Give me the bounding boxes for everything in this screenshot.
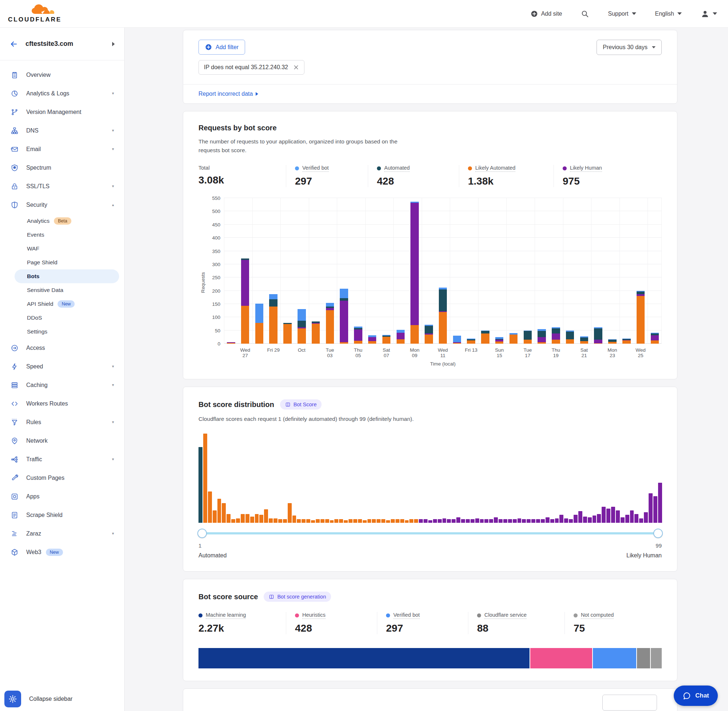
add-site-button[interactable]: Add site xyxy=(531,10,562,18)
sidebar-item-ssl-tls[interactable]: SSL/TLS▾ xyxy=(0,177,124,196)
histogram-bar xyxy=(433,519,437,523)
sidebar-item-overview[interactable]: Overview xyxy=(0,65,124,84)
histogram-bar xyxy=(348,519,353,523)
histogram-bar xyxy=(653,496,657,523)
sidebar-item-dns[interactable]: DNS▾ xyxy=(0,121,124,140)
chat-button[interactable]: Chat xyxy=(674,686,718,706)
slider-handle-min[interactable] xyxy=(197,529,207,538)
sidebar-item-web3[interactable]: Web3New xyxy=(0,543,124,561)
bar-segment-likely-automated xyxy=(467,341,475,344)
site-switcher[interactable]: cftestsite3.com xyxy=(0,28,124,60)
sidebar-item-network[interactable]: Network xyxy=(0,431,124,450)
slider-handle-max[interactable] xyxy=(653,529,663,538)
histogram-bar xyxy=(306,519,310,523)
sidebar-item-spectrum[interactable]: Spectrum xyxy=(0,158,124,177)
sidebar-item-label: Zaraz xyxy=(26,530,41,537)
custom-pages-icon xyxy=(10,474,19,482)
bar-segment-likely-automated xyxy=(566,339,574,344)
support-menu[interactable]: Support xyxy=(608,10,636,17)
sidebar-item-workers-routes[interactable]: Workers Routes xyxy=(0,394,124,413)
chevron-down-icon: ▾ xyxy=(112,128,114,133)
sidebar-item-access[interactable]: Access xyxy=(0,339,124,357)
sidebar-subitem-api-shield[interactable]: API ShieldNew xyxy=(15,297,119,311)
back-arrow-icon[interactable] xyxy=(9,40,18,49)
slider-track[interactable] xyxy=(198,532,662,534)
sidebar-item-zaraz[interactable]: Zaraz▾ xyxy=(0,524,124,543)
sidebar-subitem-label: Sensitive Data xyxy=(27,287,63,294)
collapse-sidebar-button[interactable]: Collapse sidebar xyxy=(29,696,72,702)
sidebar-item-scrape-shield[interactable]: Scrape Shield xyxy=(0,506,124,524)
histogram-bar xyxy=(414,519,418,523)
y-tick-label: 400 xyxy=(212,235,220,240)
card-description: The number of requests to your applicati… xyxy=(198,137,417,155)
source-segment-verified-bot xyxy=(593,648,636,668)
user-icon xyxy=(701,9,709,18)
chevron-right-icon[interactable] xyxy=(112,42,115,46)
sidebar-item-speed[interactable]: Speed▾ xyxy=(0,357,124,376)
histogram-bar xyxy=(358,519,362,523)
sidebar-subitem-events[interactable]: Events xyxy=(15,228,119,242)
histogram-bar xyxy=(320,519,325,523)
legend-dot xyxy=(468,167,472,170)
bar-segment-likely-human xyxy=(411,203,418,325)
sidebar-subitem-sensitive-data[interactable]: Sensitive Data xyxy=(15,283,119,297)
filter-chip[interactable]: IP does not equal 35.212.240.32 xyxy=(198,60,304,75)
search-button[interactable] xyxy=(581,10,589,18)
chevron-down-icon: ▾ xyxy=(112,420,114,425)
main-content: Add filter Previous 30 days IP does not … xyxy=(124,28,728,711)
sidebar-subitem-page-shield[interactable]: Page Shield xyxy=(15,255,119,269)
report-incorrect-data-link[interactable]: Report incorrect data xyxy=(198,91,258,97)
bar-segment-likely-automated xyxy=(524,340,532,344)
sidebar-item-rules[interactable]: Rules▾ xyxy=(0,413,124,431)
settings-gear-button[interactable] xyxy=(4,690,21,707)
histogram-bar xyxy=(424,519,428,523)
sidebar-item-label: DNS xyxy=(26,127,38,134)
close-icon[interactable] xyxy=(293,65,299,70)
x-tick-label: Wed 11 xyxy=(436,347,450,358)
cloudflare-cloud-icon xyxy=(31,4,57,17)
histogram-bar xyxy=(494,517,498,523)
sidebar-item-caching[interactable]: Caching▾ xyxy=(0,376,124,394)
sidebar-item-traffic[interactable]: Traffic▾ xyxy=(0,450,124,469)
time-range-select[interactable]: Previous 30 days xyxy=(597,40,662,55)
sidebar-item-version-management[interactable]: Version Management xyxy=(0,103,124,121)
histogram-bar xyxy=(405,520,409,523)
sidebar-subitem-analytics[interactable]: AnalyticsBeta xyxy=(15,214,119,228)
sidebar-subitem-waf[interactable]: WAF xyxy=(15,242,119,255)
bar-segment-automated xyxy=(566,332,574,339)
stat-heuristics: Heuristics428 xyxy=(286,612,377,634)
sidebar-item-label: Analytics & Logs xyxy=(26,90,69,97)
stacked-bar xyxy=(481,330,489,344)
rules-icon xyxy=(10,418,19,426)
histogram-bar xyxy=(560,515,563,523)
sidebar-subitem-settings[interactable]: Settings xyxy=(15,325,119,339)
histogram-bar xyxy=(334,519,338,523)
account-menu[interactable] xyxy=(701,9,717,18)
sidebar-item-apps[interactable]: Apps xyxy=(0,487,124,506)
sidebar-item-label: Overview xyxy=(26,72,51,78)
bar-segment-likely-automated xyxy=(368,341,376,344)
plus-circle-icon xyxy=(205,44,212,51)
web3-icon xyxy=(10,548,19,556)
stacked-bar xyxy=(467,339,475,344)
sidebar-item-analytics-logs[interactable]: Analytics & Logs▾ xyxy=(0,84,124,103)
chevron-down-icon xyxy=(713,12,717,15)
sidebar-subitem-label: Settings xyxy=(27,328,47,335)
histogram-bar xyxy=(339,519,343,523)
add-filter-button[interactable]: Add filter xyxy=(198,40,245,55)
site-name: cftestsite3.com xyxy=(25,40,73,48)
bot-score-badge[interactable]: Bot Score xyxy=(280,399,322,410)
sidebar-item-custom-pages[interactable]: Custom Pages xyxy=(0,469,124,487)
histogram-bar xyxy=(419,519,423,523)
language-menu[interactable]: English xyxy=(655,10,682,17)
histogram-bar xyxy=(325,519,329,523)
cloudflare-logo[interactable]: CLOUDFLARE xyxy=(8,4,63,23)
sidebar-subitem-bots[interactable]: Bots xyxy=(15,269,119,283)
bot-score-generation-badge[interactable]: Bot score generation xyxy=(264,592,331,602)
sidebar-subitem-ddos[interactable]: DDoS xyxy=(15,311,119,325)
sidebar-item-email[interactable]: Email▾ xyxy=(0,140,124,158)
stacked-bar xyxy=(453,336,461,344)
sidebar-item-security[interactable]: Security▴ xyxy=(0,196,124,214)
histogram-bar xyxy=(466,519,470,523)
stat-machine-learning: Machine learning2.27k xyxy=(198,612,286,634)
